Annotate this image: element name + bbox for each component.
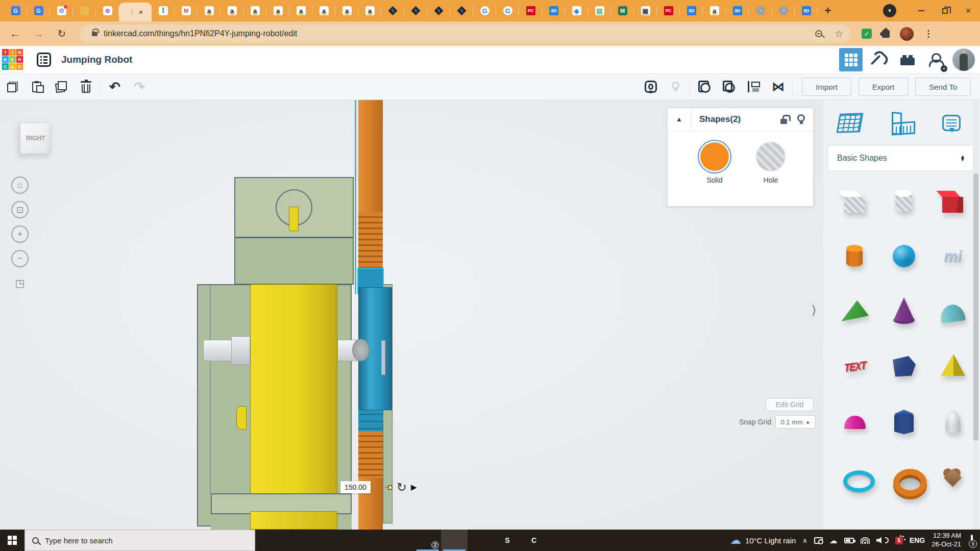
taskbar-predator[interactable] — [388, 530, 414, 551]
group-button[interactable] — [692, 77, 717, 97]
taskbar-skype[interactable]: S — [494, 530, 521, 551]
sidebar-scrollbar[interactable] — [973, 100, 979, 530]
tab-tinkercad-active[interactable]: ⋮ × — [119, 3, 152, 21]
view-cube[interactable]: RIGHT — [20, 122, 52, 154]
model-orange-ridges-lower[interactable] — [358, 431, 383, 478]
show-all-button[interactable] — [663, 77, 688, 97]
shape-polygon[interactable] — [879, 350, 928, 383]
tab-amazon[interactable]: a × — [335, 0, 358, 21]
model-orange-ridges-upper[interactable] — [358, 212, 383, 269]
model-axle-collar[interactable] — [231, 336, 250, 365]
workplane-tool[interactable] — [837, 110, 863, 136]
extensions-puzzle-icon[interactable] — [882, 30, 890, 38]
shape-box-hole[interactable] — [830, 185, 879, 217]
wifi-tray-icon[interactable] — [861, 537, 870, 544]
rotate-handle-icon[interactable]: ↻ — [397, 480, 407, 494]
snap-grid-select[interactable]: 0.1 mm ▲ — [775, 415, 815, 429]
hole-swatch[interactable] — [756, 142, 785, 171]
tab-hex-site[interactable]: ◈ × — [565, 0, 588, 21]
edit-grid-button[interactable]: Edit Grid — [766, 398, 814, 411]
tab-google[interactable]: G × — [473, 0, 496, 21]
tab-daraz[interactable]: ϟ × — [381, 0, 404, 21]
taskbar-chrome[interactable] — [441, 530, 468, 551]
send-to-button[interactable]: Send To — [915, 78, 971, 96]
taskbar-microsoft-store[interactable] — [335, 530, 361, 551]
tab-google[interactable]: G × — [496, 0, 519, 21]
model-green-neck[interactable] — [234, 237, 354, 285]
scrollbar-thumb[interactable] — [973, 173, 978, 441]
tab-3d-site[interactable]: 3D × — [795, 0, 818, 21]
model-yellow-tab[interactable] — [289, 207, 299, 231]
shape-box[interactable] — [928, 185, 977, 217]
perspective-toggle-button[interactable]: ◳ — [11, 274, 29, 292]
mirror-button[interactable]: ⋈ — [766, 77, 790, 97]
import-button[interactable]: Import — [802, 78, 851, 96]
ungroup-button[interactable] — [717, 77, 741, 97]
solid-option[interactable]: Solid — [700, 142, 729, 184]
shape-cylinder[interactable] — [830, 240, 879, 272]
model-gray-disc[interactable] — [352, 339, 370, 361]
shape-paraboloid[interactable] — [928, 405, 977, 438]
zoom-in-button[interactable]: + — [11, 226, 29, 243]
zoom-out-page-icon[interactable] — [815, 30, 822, 37]
extension-check-icon[interactable]: ✓ — [862, 29, 872, 39]
tab-3d-site[interactable]: 3D × — [542, 0, 565, 21]
model-orange-strip-top[interactable] — [358, 100, 383, 212]
tab-cube-site[interactable]: ▣ × — [634, 0, 657, 21]
tab-search-button[interactable]: ▼ — [883, 4, 896, 17]
zoom-out-button[interactable]: − — [11, 250, 29, 267]
tab-3d-site[interactable]: 3D × — [726, 0, 749, 21]
delete-button[interactable] — [74, 77, 98, 97]
invite-people-button[interactable]: + — [925, 49, 945, 70]
redo-button[interactable]: ↷ — [127, 77, 152, 97]
undo-button[interactable]: ↶ — [103, 77, 127, 97]
annotation-button[interactable] — [639, 77, 663, 97]
taskbar-mail[interactable]: 2 — [414, 530, 441, 551]
taskbar-cubase[interactable]: C — [521, 530, 547, 551]
reload-button[interactable]: ↻ — [53, 25, 70, 42]
tab-globe-site[interactable]: ◔ × — [749, 0, 772, 21]
tab-close-icon[interactable]: × — [139, 8, 143, 16]
browser-menu-icon[interactable]: ⋮ — [924, 28, 933, 39]
dimension-value-field[interactable]: 150.00 — [340, 481, 371, 493]
user-avatar[interactable] — [952, 48, 975, 71]
cast-tray-icon[interactable] — [814, 537, 823, 544]
tab-outlook[interactable]: O × — [50, 0, 73, 21]
shape-sphere[interactable] — [879, 240, 928, 272]
shape-cone[interactable] — [879, 295, 928, 328]
tab-i-app[interactable]: I × — [152, 0, 175, 21]
weather-widget[interactable]: ☁ 10°C Light rain — [730, 534, 796, 547]
onedrive-tray-icon[interactable]: ☁ — [829, 536, 838, 545]
bookmark-star-icon[interactable]: ☆ — [835, 28, 843, 40]
lock-toggle-icon[interactable] — [780, 119, 787, 124]
window-close-button[interactable]: × — [957, 0, 980, 21]
tab-yellow-app[interactable]: × — [73, 0, 96, 21]
solid-swatch[interactable] — [700, 142, 729, 171]
search-input[interactable] — [45, 536, 248, 545]
shape-torus-thin[interactable] — [830, 460, 879, 493]
tab-amazon[interactable]: a × — [266, 0, 289, 21]
notes-tool[interactable] — [938, 110, 965, 136]
url-text[interactable]: tinkercad.com/things/hn1PNfi2P4Y-jumping… — [104, 29, 815, 38]
tinkercad-logo[interactable]: TINKERCAD — [2, 49, 23, 70]
volume-tray-icon[interactable] — [876, 537, 889, 544]
tab-amazon[interactable]: a × — [198, 0, 220, 21]
sidebar-collapse-chevron[interactable]: ⟩ — [812, 303, 816, 317]
language-indicator[interactable]: ENG — [910, 536, 925, 544]
taskbar-task-view[interactable] — [282, 530, 308, 551]
hole-option[interactable]: Hole — [756, 142, 785, 184]
url-omnibox[interactable]: tinkercad.com/things/hn1PNfi2P4Y-jumping… — [80, 24, 850, 43]
shape-tube[interactable] — [879, 460, 928, 493]
taskbar-clock[interactable]: 12:39 AM 26-Oct-21 — [932, 532, 961, 549]
duplicate-button[interactable] — [49, 77, 74, 97]
design-title[interactable]: Jumping Robot — [61, 54, 132, 65]
tab-globe-site[interactable]: ◔ × — [772, 0, 795, 21]
window-maximize-button[interactable] — [933, 0, 957, 21]
shape-hex-prism[interactable] — [879, 405, 928, 438]
action-center-button[interactable]: 9 — [971, 536, 973, 545]
tab-daraz[interactable]: ϟ × — [427, 0, 450, 21]
tab-daraz[interactable]: ϟ × — [404, 0, 427, 21]
tab-amazon[interactable]: a × — [312, 0, 335, 21]
export-button[interactable]: Export — [859, 78, 908, 96]
shape-roof[interactable] — [830, 295, 879, 328]
